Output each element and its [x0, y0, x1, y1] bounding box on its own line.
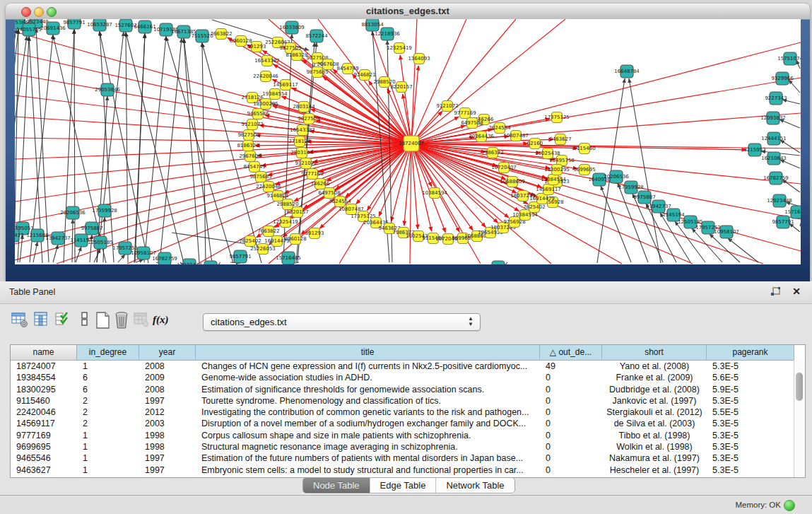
- svg-text:18300295: 18300295: [253, 101, 278, 107]
- table-cell: 19384554: [11, 372, 77, 383]
- svg-text:20364436: 20364436: [469, 134, 494, 139]
- node-table: namein_degreeyeartitle△ out_de...shortpa…: [10, 344, 806, 478]
- close-panel-icon[interactable]: ✕: [792, 286, 801, 297]
- svg-text:12505185: 12505185: [88, 240, 113, 245]
- float-panel-icon[interactable]: [770, 287, 781, 297]
- column-header-in-degree[interactable]: in_degree: [77, 345, 139, 360]
- table-cell: 5.3E-5: [707, 430, 794, 441]
- svg-text:9329966: 9329966: [771, 76, 794, 81]
- column-header-title[interactable]: title: [196, 345, 540, 360]
- table-row[interactable]: 2242004622012Investigating the contribut…: [11, 407, 805, 418]
- table-cell: 1997: [139, 465, 196, 476]
- table-cell: 18300295: [11, 384, 77, 395]
- column-header-pagerank[interactable]: pagerank: [707, 345, 794, 360]
- svg-text:8960128: 8960128: [230, 38, 252, 44]
- svg-text:9465546: 9465546: [247, 111, 269, 117]
- svg-text:9463627: 9463627: [549, 136, 571, 142]
- svg-text:16782759: 16782759: [152, 256, 177, 262]
- desktop: { "window": { "title": "citations_edges.…: [0, 0, 812, 514]
- table-cell: 14569117: [11, 418, 77, 429]
- window-titlebar[interactable]: citations_edges.txt: [6, 4, 810, 20]
- table-vertical-scrollbar[interactable]: [794, 360, 805, 477]
- network-view[interactable]: 2905384612923448985779114055755206914361…: [15, 19, 801, 264]
- column-header-year[interactable]: year: [139, 345, 196, 360]
- svg-text:8186328: 8186328: [286, 52, 307, 58]
- table-cell: Stergiakouli et al. (2012): [602, 407, 707, 418]
- memory-status-icon[interactable]: [784, 500, 795, 511]
- function-builder-icon[interactable]: f(x): [153, 314, 171, 334]
- table-row[interactable]: 1456911722003Disruption of a novel membe…: [11, 418, 805, 429]
- table-panel-titlebar[interactable]: Table Panel ✕: [0, 281, 812, 304]
- tab-edge-table[interactable]: Edge Table: [370, 478, 437, 493]
- table-row[interactable]: 969969511998Structural magnetic resonanc…: [11, 441, 805, 452]
- table-row[interactable]: 946362711997Embryonic stem cells: a mode…: [11, 465, 805, 476]
- column-header-short[interactable]: short: [602, 345, 707, 360]
- svg-text:16914479: 16914479: [529, 196, 555, 201]
- svg-text:891293: 891293: [247, 44, 266, 49]
- table-cell: 5.5E-5: [707, 407, 794, 418]
- table-cell: Investigating the contribution of common…: [196, 407, 540, 418]
- tab-node-table[interactable]: Node Table: [303, 478, 370, 493]
- svg-text:10807487: 10807487: [503, 133, 529, 139]
- table-cell: 18724007: [11, 361, 77, 372]
- table-cell: Estimation of significance thresholds fo…: [196, 384, 540, 395]
- svg-text:12325419: 12325419: [273, 219, 298, 225]
- create-column-icon[interactable]: [94, 311, 112, 331]
- citation-network-graph[interactable]: 2905384612923448985779114055755206914361…: [15, 19, 801, 264]
- table-cell: Nakamura et al. (1997): [602, 452, 707, 464]
- svg-text:9857791: 9857791: [772, 219, 794, 225]
- table-row[interactable]: 1938455462009Genome-wide association stu…: [11, 372, 805, 383]
- table-row[interactable]: 1830029562008Estimation of significance …: [11, 384, 805, 395]
- svg-text:14055755: 14055755: [16, 27, 42, 33]
- svg-text:9857791: 9857791: [63, 20, 85, 25]
- table-row[interactable]: 977716911998Corpus callosum shape and si…: [11, 430, 805, 441]
- table-cell: Tibbo et al. (1998): [602, 430, 707, 441]
- table-cell: 0: [540, 407, 602, 418]
- table-cell: 1: [77, 430, 139, 441]
- svg-text:18300295: 18300295: [544, 167, 570, 173]
- svg-text:7663822: 7663822: [257, 228, 279, 234]
- table-cell: 5.6E-5: [707, 372, 794, 383]
- memory-status-label: Memory: OK: [735, 501, 781, 509]
- row-height-icon[interactable]: [76, 311, 95, 331]
- svg-text:16543382: 16543382: [290, 127, 315, 133]
- table-cell: 5.3E-5: [707, 441, 794, 452]
- svg-text:6466161: 6466161: [134, 24, 155, 30]
- select-all-icon[interactable]: [55, 311, 73, 331]
- svg-text:14569117: 14569117: [273, 82, 298, 88]
- table-cell: 0: [540, 395, 602, 407]
- table-row[interactable]: 1872400712008Changes of HCN gene express…: [11, 361, 805, 372]
- svg-text:9777169: 9777169: [454, 110, 476, 116]
- table-cell: 9465546: [11, 452, 77, 464]
- table-mode-icon[interactable]: [11, 311, 30, 331]
- show-columns-icon[interactable]: [33, 311, 52, 331]
- table-cell: 2008: [139, 384, 196, 395]
- table-row[interactable]: 911546021997Tourette syndrome. Phenomeno…: [11, 395, 805, 407]
- table-cell: 6: [77, 384, 139, 395]
- table-row[interactable]: 946554611997Estimation of the future num…: [11, 452, 805, 464]
- svg-text:10653287: 10653287: [87, 22, 112, 28]
- column-header-out-de-[interactable]: △ out_de...: [540, 345, 602, 360]
- scrollbar-thumb[interactable]: [796, 373, 803, 401]
- svg-text:12325419: 12325419: [387, 45, 412, 51]
- svg-text:9975887: 9975887: [633, 194, 655, 200]
- table-cell: 5.9E-5: [707, 384, 794, 395]
- svg-text:2803144: 2803144: [293, 104, 315, 110]
- svg-text:15716485: 15716485: [276, 255, 301, 261]
- table-cell: Jankovic et al. (1997): [602, 395, 707, 407]
- svg-text:746266: 746266: [311, 181, 330, 187]
- svg-text:12444151: 12444151: [761, 136, 787, 141]
- table-cell: Estimation of the future numbers of pati…: [196, 452, 540, 464]
- network-table-selector[interactable]: citations_edges.txt ▲▼: [203, 313, 481, 331]
- svg-text:9827508: 9827508: [298, 116, 319, 122]
- tab-network-table[interactable]: Network Table: [436, 478, 514, 493]
- delete-column-icon[interactable]: [113, 311, 131, 331]
- svg-text:17375125: 17375125: [544, 115, 570, 120]
- column-header-name[interactable]: name: [11, 345, 77, 360]
- svg-text:10720407: 10720407: [491, 165, 517, 170]
- svg-text:8572244: 8572244: [305, 33, 328, 39]
- network-window: citations_edges.txt 29053846129234489857…: [6, 4, 810, 281]
- table-cell: 1997: [139, 452, 196, 464]
- svg-text:10958107: 10958107: [131, 250, 156, 256]
- table-cell: Wolkin et al. (1998): [602, 441, 707, 452]
